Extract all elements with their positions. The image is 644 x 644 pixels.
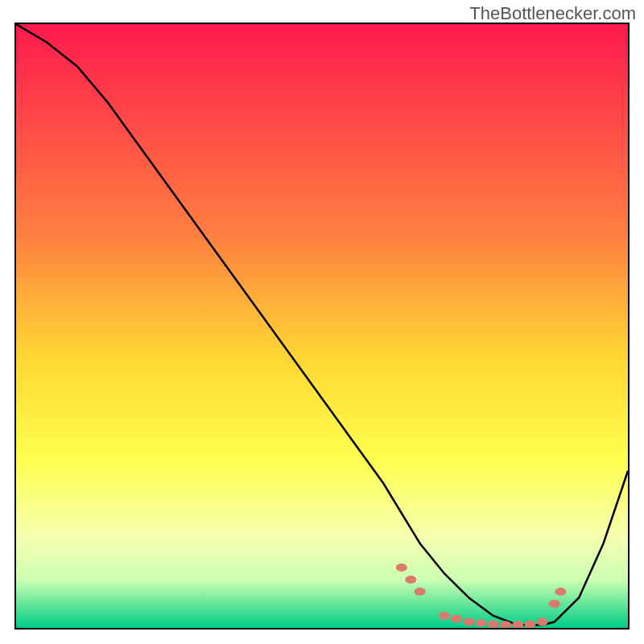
marker-dot	[405, 576, 416, 584]
highlight-markers	[396, 564, 567, 628]
marker-dot	[415, 588, 426, 596]
watermark-text: TheBottlenecker.com	[469, 3, 636, 24]
marker-dot	[555, 588, 566, 596]
marker-dot	[537, 618, 548, 626]
marker-dot	[476, 619, 487, 627]
marker-dot	[463, 618, 474, 626]
chart-container: TheBottlenecker.com	[0, 0, 644, 644]
marker-dot	[524, 621, 535, 629]
bottleneck-curve	[16, 24, 628, 625]
plot-area	[14, 23, 630, 630]
marker-dot	[451, 615, 462, 623]
marker-dot	[396, 564, 407, 572]
marker-dot	[439, 612, 450, 620]
marker-dot	[512, 621, 523, 628]
marker-dot	[488, 621, 499, 629]
curve-layer	[16, 24, 628, 628]
marker-dot	[549, 600, 560, 608]
